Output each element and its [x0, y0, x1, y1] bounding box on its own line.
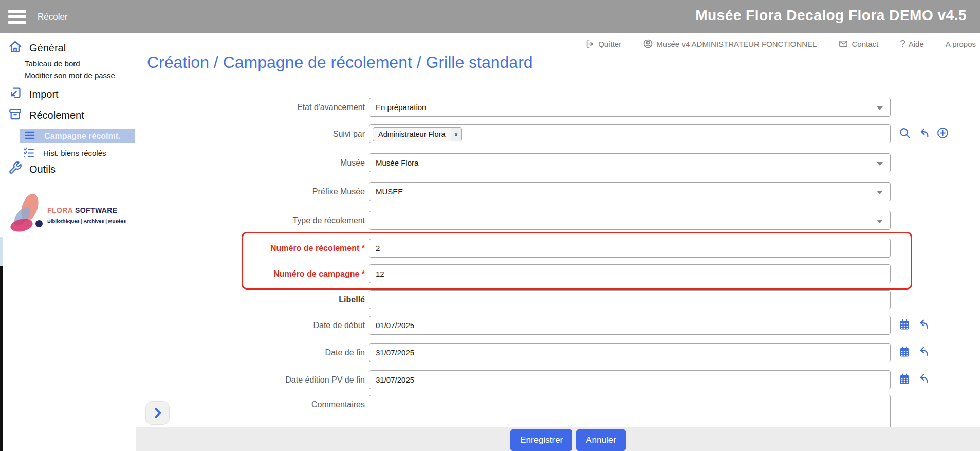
- quit-link[interactable]: Quitter: [585, 39, 621, 49]
- undo-icon[interactable]: [917, 372, 930, 385]
- search-icon[interactable]: [898, 127, 911, 139]
- sidebar-item-label: Tableau de bord: [25, 59, 80, 68]
- flora-logo-petals: [5, 192, 47, 238]
- etat-avancement-select[interactable]: En préparation: [369, 98, 891, 117]
- form-row-date-pv: Date édition PV de fin: [136, 370, 980, 389]
- logo-brand-software: SOFTWARE: [75, 206, 118, 214]
- form-row-type: Type de récolement: [136, 211, 980, 230]
- sidebar-item-modifier-mot-de-passe[interactable]: Modifier son mot de passe: [25, 71, 115, 80]
- date-edition-pv-input[interactable]: [369, 370, 891, 389]
- form-row-num-recolement: Numéro de récolement *: [136, 239, 980, 258]
- calendar-icon[interactable]: [898, 373, 911, 385]
- sidebar-item-label: Récolement: [29, 110, 84, 121]
- checklist-icon: [23, 146, 35, 160]
- cancel-button[interactable]: Annuler: [576, 429, 626, 451]
- numero-recolement-input[interactable]: [369, 239, 891, 258]
- form-row-libelle: Libellé: [136, 290, 980, 309]
- field-label: Préfixe Musée: [136, 182, 365, 201]
- sidebar-item-recolement[interactable]: Récolement: [8, 107, 84, 123]
- undo-icon[interactable]: [917, 345, 930, 358]
- logo-tagline: Bibliothèques | Archives | Musées: [47, 218, 126, 224]
- user-account-link[interactable]: Musée v4 ADMINISTRATEUR FONCTIONNEL: [643, 39, 817, 49]
- field-label: Date de fin: [136, 343, 365, 362]
- type-recolement-select[interactable]: [369, 211, 891, 230]
- envelope-icon: [838, 39, 848, 48]
- left-edge-blue-strip: [0, 237, 3, 266]
- form-row-musee: Musée Musée Flora: [136, 153, 980, 172]
- sidebar-item-campagne-recolmt[interactable]: Campagne récolmt.: [20, 129, 135, 143]
- field-label-required: Numéro de récolement *: [136, 239, 365, 258]
- chevron-down-icon: [877, 220, 883, 223]
- contact-link[interactable]: Contact: [838, 39, 878, 48]
- form-row-prefixe: Préfixe Musée MUSEE: [136, 182, 980, 201]
- tag-remove-icon[interactable]: x: [451, 128, 461, 141]
- sidebar-item-tableau-de-bord[interactable]: Tableau de bord: [25, 59, 80, 68]
- musee-select[interactable]: Musée Flora: [369, 153, 891, 172]
- add-circle-icon[interactable]: [936, 127, 949, 139]
- logout-icon: [585, 39, 595, 49]
- form-row-num-campagne: Numéro de campagne *: [136, 264, 980, 283]
- sidebar-item-import[interactable]: Import: [8, 86, 59, 102]
- field-label: Musée: [136, 153, 365, 172]
- expand-panel-button[interactable]: [145, 401, 170, 425]
- date-debut-input[interactable]: [369, 316, 891, 335]
- left-edge-dark-strip: [0, 266, 3, 451]
- sidebar-item-label: Import: [29, 88, 59, 100]
- topbar-menu-label[interactable]: Récoler: [38, 12, 68, 22]
- app-title: Musée Flora Decalog Flora DEMO v4.5: [695, 7, 967, 24]
- prefixe-musee-select[interactable]: MUSEE: [369, 182, 891, 201]
- footer-action-bar: Enregistrer Annuler: [136, 427, 980, 451]
- calendar-icon[interactable]: [898, 318, 911, 331]
- sidebar: Général Tableau de bord Modifier son mot…: [0, 33, 135, 451]
- form-row-etat: Etat d'avancement En préparation: [136, 98, 980, 117]
- suivi-par-tag: Administrateur Flora x: [373, 127, 462, 141]
- wrench-icon: [8, 161, 22, 177]
- header-links: Quitter Musée v4 ADMINISTRATEUR FONCTION…: [585, 38, 976, 49]
- calendar-icon[interactable]: [898, 346, 911, 358]
- numero-campagne-input[interactable]: [369, 264, 891, 283]
- sidebar-item-label: Outils: [29, 164, 56, 175]
- form-row-suivi: Suivi par Administrateur Flora x: [136, 124, 980, 143]
- about-link[interactable]: A propos: [946, 40, 976, 48]
- field-label: Commentaires: [136, 395, 365, 414]
- field-label: Etat d'avancement: [136, 98, 365, 117]
- chevron-down-icon: [877, 106, 883, 110]
- main-content: Quitter Musée v4 ADMINISTRATEUR FONCTION…: [136, 33, 980, 451]
- logo-brand-flora: FLORA: [47, 206, 73, 214]
- archive-box-icon: [8, 107, 22, 123]
- sidebar-item-label: Campagne récolmt.: [44, 132, 120, 141]
- field-label: Suivi par: [136, 124, 365, 143]
- undo-icon[interactable]: [917, 318, 930, 331]
- suivi-par-field[interactable]: Administrateur Flora x: [369, 124, 891, 143]
- field-label: Date de début: [136, 316, 365, 335]
- question-mark-icon: ?: [900, 38, 905, 49]
- field-label: Type de récolement: [136, 211, 365, 230]
- topbar: Récoler Musée Flora Decalog Flora DEMO v…: [0, 0, 980, 33]
- chevron-down-icon: [877, 162, 883, 166]
- date-fin-input[interactable]: [369, 343, 891, 362]
- import-icon: [8, 86, 22, 102]
- undo-icon[interactable]: [917, 127, 930, 139]
- application-window: Récoler Musée Flora Decalog Flora DEMO v…: [0, 0, 980, 451]
- sidebar-item-outils[interactable]: Outils: [8, 161, 56, 177]
- field-label-required: Numéro de campagne *: [136, 264, 365, 283]
- chevron-down-icon: [877, 191, 883, 194]
- field-label: Libellé: [136, 290, 365, 309]
- user-icon: [643, 39, 653, 49]
- libelle-input[interactable]: [369, 290, 891, 309]
- page-title: Création / Campagne de récolement / Gril…: [147, 53, 533, 72]
- form-row-date-fin: Date de fin: [136, 343, 980, 362]
- hamburger-menu-icon[interactable]: [8, 10, 26, 24]
- menu-lines-icon: [24, 129, 36, 143]
- sidebar-item-label: Hist. biens récolés: [43, 149, 106, 157]
- sidebar-item-label: Général: [29, 42, 66, 54]
- home-icon: [8, 40, 22, 56]
- sidebar-item-general[interactable]: Général: [8, 40, 66, 56]
- sidebar-item-hist-biens-recoles[interactable]: Hist. biens récolés: [23, 146, 106, 160]
- save-button[interactable]: Enregistrer: [510, 429, 572, 451]
- flora-software-logo: FLORA SOFTWARE Bibliothèques | Archives …: [5, 192, 134, 238]
- help-link[interactable]: ? Aide: [900, 38, 924, 49]
- sidebar-item-label: Modifier son mot de passe: [25, 71, 115, 80]
- form-row-date-debut: Date de début: [136, 316, 980, 335]
- field-label: Date édition PV de fin: [136, 370, 365, 389]
